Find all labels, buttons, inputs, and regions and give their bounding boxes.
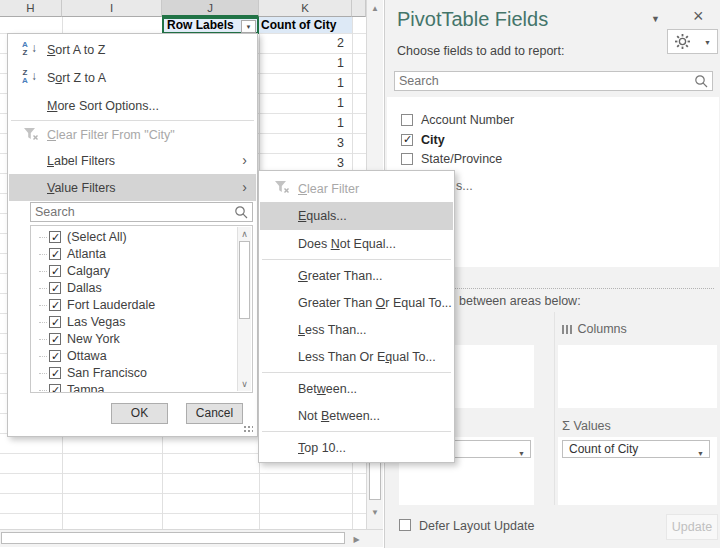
excel-window: H I J K Row Labels ▼ Count of City 2 1 1… <box>0 0 720 548</box>
checkbox-checked[interactable]: ✓ <box>49 350 61 362</box>
columns-area-box[interactable] <box>558 345 717 408</box>
checkbox-checked[interactable]: ✓ <box>49 299 61 311</box>
column-header-partial[interactable] <box>352 0 366 17</box>
menu-item-value-filters[interactable]: Value Filters › <box>9 174 256 201</box>
values-area-label: Σ Values <box>562 418 611 433</box>
list-item[interactable]: ✓Dallas <box>31 280 252 297</box>
scroll-down-icon[interactable]: ∨ <box>238 379 251 389</box>
cell-value[interactable]: 2 <box>259 33 348 53</box>
close-icon[interactable]: × <box>693 6 704 27</box>
vscroll-thumb[interactable] <box>369 462 381 500</box>
columns-area-label: Columns <box>562 322 627 336</box>
defer-layout-checkbox[interactable] <box>399 519 411 531</box>
filter-search-input[interactable] <box>35 204 230 220</box>
count-of-city-cell[interactable]: Count of City <box>259 17 352 33</box>
checkbox-checked[interactable]: ✓ <box>49 384 61 393</box>
cell-value[interactable]: 1 <box>259 53 348 73</box>
submenu-item-equals[interactable]: Equals... <box>260 202 453 230</box>
ok-button[interactable]: OK <box>111 403 168 424</box>
filter-search-box[interactable] <box>30 202 253 222</box>
cell-value[interactable]: 1 <box>259 93 348 113</box>
fields-search-box[interactable] <box>394 71 713 91</box>
scroll-down-icon[interactable]: ▼ <box>367 508 383 517</box>
update-button[interactable]: Update <box>666 514 718 540</box>
checkbox-checked[interactable]: ✓ <box>49 248 61 260</box>
choose-fields-label: Choose fields to add to report: <box>397 44 564 58</box>
cell-value[interactable]: 1 <box>259 113 348 133</box>
list-item[interactable]: ✓Las Vegas <box>31 314 252 331</box>
submenu-item-less-or-equal[interactable]: Less Than Or Equal To... <box>260 343 453 370</box>
submenu-item-does-not-equal[interactable]: Does Not Equal... <box>260 230 453 257</box>
cell-value[interactable]: 3 <box>259 133 348 153</box>
cancel-button[interactable]: Cancel <box>186 403 243 424</box>
check-icon: ✓ <box>403 132 412 147</box>
defer-layout-label: Defer Layout Update <box>419 519 534 533</box>
list-item[interactable]: ✓Fort Lauderdale <box>31 297 252 314</box>
clear-filter-icon <box>269 180 295 197</box>
checkbox-checked[interactable]: ✓ <box>49 333 61 345</box>
checkbox-unchecked[interactable] <box>401 114 413 126</box>
values-field-pill[interactable]: Count of City ▼ <box>562 440 710 458</box>
column-header-k[interactable]: K <box>259 0 352 17</box>
scroll-up-icon[interactable]: ▲ <box>367 4 383 13</box>
field-account-number[interactable]: Account Number <box>387 113 719 130</box>
checkbox-checked[interactable]: ✓ <box>49 282 61 294</box>
field-label: Account Number <box>421 113 514 128</box>
list-scrollbar[interactable]: ∧ ∨ <box>237 227 251 391</box>
menu-item-sort-z-to-a[interactable]: ZA↓ Sort Z to A <box>9 64 256 92</box>
pane-options-chevron-icon[interactable]: ▼ <box>651 14 660 24</box>
autofilter-button[interactable]: ▼ <box>241 20 256 33</box>
checkbox-checked[interactable]: ✓ <box>49 265 61 277</box>
submenu-item-not-between[interactable]: Not Between... <box>260 402 453 429</box>
checkbox-checked[interactable]: ✓ <box>401 134 413 146</box>
columns-icon <box>562 322 574 336</box>
checkbox-checked[interactable]: ✓ <box>49 316 61 328</box>
menu-item-more-sort-options[interactable]: More Sort Options... <box>9 92 256 119</box>
list-scroll-thumb[interactable] <box>239 241 250 319</box>
submenu-item-greater-than[interactable]: Greater Than... <box>260 262 453 289</box>
submenu-item-greater-or-equal[interactable]: Greater Than Or Equal To... <box>260 289 453 316</box>
list-item[interactable]: ✓New York <box>31 331 252 348</box>
values-pill-label: Count of City <box>569 442 638 456</box>
column-header-j[interactable]: J <box>162 0 259 17</box>
menu-item-label-filters[interactable]: Label Filters › <box>9 148 256 174</box>
checkbox-checked[interactable]: ✓ <box>49 231 61 243</box>
submenu-item-less-than[interactable]: Less Than... <box>260 316 453 343</box>
tools-button[interactable]: ▼ <box>667 29 718 54</box>
row-labels-cell[interactable]: Row Labels ▼ <box>162 17 259 34</box>
scroll-up-icon[interactable]: ∧ <box>238 229 251 239</box>
menu-separator <box>262 372 451 373</box>
scroll-right-icon[interactable]: ▶ <box>348 535 365 544</box>
list-item[interactable]: ✓San Francisco <box>31 365 252 382</box>
autofilter-menu: AZ↓ Sort A to Z ZA↓ Sort Z to A More Sor… <box>7 33 258 437</box>
menu-item-sort-a-to-z[interactable]: AZ↓ Sort A to Z <box>9 36 256 64</box>
column-header-i[interactable]: I <box>62 0 162 17</box>
field-state-province[interactable]: State/Province <box>387 152 719 169</box>
more-tables-link-fragment[interactable]: s... <box>456 179 473 193</box>
sigma-icon: Σ <box>562 418 570 433</box>
menu-separator <box>262 259 451 260</box>
column-header-h[interactable]: H <box>0 0 62 17</box>
list-item[interactable]: ✓Calgary <box>31 263 252 280</box>
chevron-down-icon[interactable]: ▼ <box>697 446 704 462</box>
menu-separator <box>11 120 254 121</box>
field-city[interactable]: ✓ City <box>387 133 719 150</box>
fields-search-input[interactable] <box>399 73 690 89</box>
search-icon <box>234 205 249 220</box>
list-item[interactable]: ✓(Select All) <box>31 229 252 246</box>
list-item[interactable]: ✓Ottawa <box>31 348 252 365</box>
list-item[interactable]: ✓Atlanta <box>31 246 252 263</box>
sort-za-icon: ZA↓ <box>20 68 44 88</box>
submenu-item-top-10[interactable]: Top 10... <box>260 434 453 461</box>
hscroll-thumb[interactable] <box>1 532 345 544</box>
chevron-down-icon[interactable]: ▼ <box>518 446 525 462</box>
horizontal-scrollbar[interactable]: ▶ <box>0 529 383 547</box>
drag-fields-label-fragment: between areas below: <box>459 294 581 308</box>
gear-icon <box>674 33 691 50</box>
list-item[interactable]: ✓Tampa <box>31 382 252 393</box>
checkbox-checked[interactable]: ✓ <box>49 367 61 379</box>
checkbox-unchecked[interactable] <box>401 153 413 165</box>
submenu-item-between[interactable]: Between... <box>260 375 453 402</box>
cell-value[interactable]: 1 <box>259 73 348 93</box>
resize-grip[interactable] <box>243 425 253 433</box>
